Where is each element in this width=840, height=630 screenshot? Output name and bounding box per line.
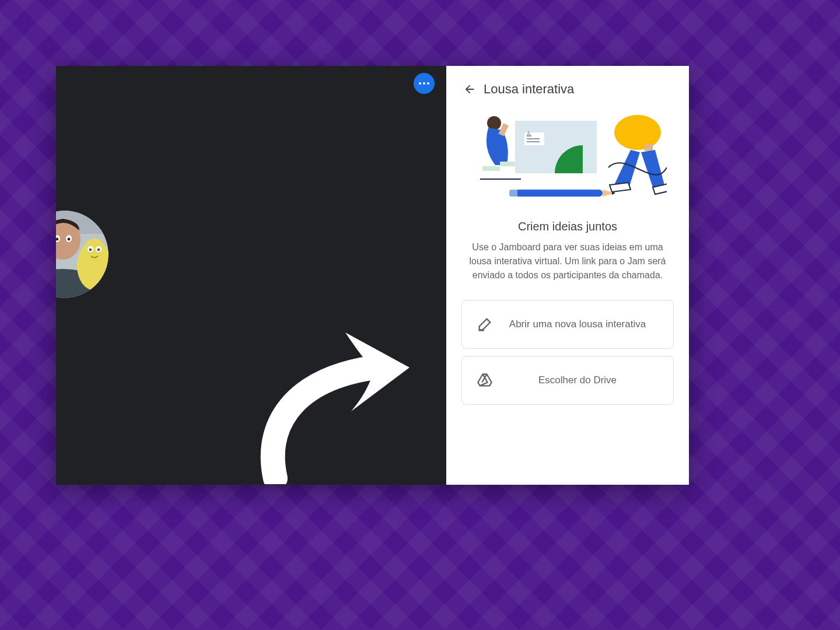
panel-title: Lousa interativa [484,82,574,97]
whiteboard-panel: Lousa interativa A [446,66,689,485]
back-button[interactable] [458,78,481,101]
svg-rect-22 [645,144,653,151]
svg-point-12 [89,249,92,251]
svg-point-9 [83,239,106,264]
panel-promo: Criem ideias juntos Use o Jamboard para … [446,202,689,294]
panel-header: Lousa interativa [446,75,689,109]
svg-rect-26 [509,190,517,197]
more-icon [419,82,429,85]
participant-thumbnail[interactable] [56,211,108,298]
svg-point-7 [68,238,71,241]
jamboard-illustration: A [468,115,667,202]
drive-icon [475,370,495,390]
svg-rect-23 [515,190,603,197]
promo-description: Use o Jamboard para ver suas ideias em u… [463,240,673,282]
option-label: Abrir uma nova lousa interativa [495,318,660,331]
option-list: Abrir uma nova lousa interativa Escolher… [446,294,689,405]
option-label: Escolher do Drive [495,374,660,387]
svg-point-21 [614,115,661,150]
avatar-image [56,211,108,298]
panel-illustration: A [446,109,689,202]
svg-text:A: A [527,131,531,137]
video-area [56,66,446,485]
meeting-window: Lousa interativa A [56,66,689,485]
page-background: Lousa interativa A [0,0,840,630]
pencil-icon [475,314,495,334]
new-whiteboard-button[interactable]: Abrir uma nova lousa interativa [461,300,674,349]
promo-title: Criem ideias juntos [463,220,673,233]
arrow-left-icon [463,83,476,96]
svg-point-13 [97,249,100,251]
svg-rect-20 [482,166,500,171]
svg-rect-19 [500,162,515,166]
more-options-button[interactable] [414,73,435,94]
choose-from-drive-button[interactable]: Escolher do Drive [461,356,674,405]
